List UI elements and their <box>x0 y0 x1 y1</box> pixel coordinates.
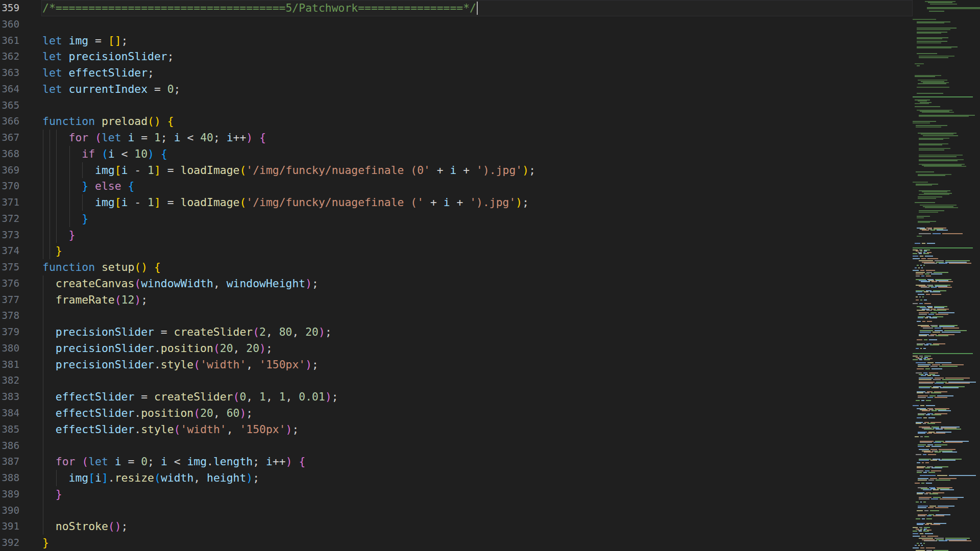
code-line[interactable]: 392} <box>0 535 980 551</box>
code-line[interactable]: 387 for (let i = 0; i < img.length; i++)… <box>0 454 980 470</box>
line-number[interactable]: 387 <box>0 454 19 470</box>
code-line[interactable]: 382 <box>0 372 980 389</box>
line-number[interactable]: 373 <box>0 227 19 243</box>
code-line[interactable]: 363let effectSlider; <box>0 65 980 81</box>
line-number[interactable]: 359 <box>0 0 19 16</box>
code-text[interactable]: } <box>42 227 75 243</box>
code-text[interactable]: precisionSlider = createSlider(2, 80, 20… <box>42 324 332 340</box>
line-number[interactable]: 384 <box>0 405 19 421</box>
line-number[interactable]: 377 <box>0 292 19 308</box>
line-number[interactable]: 381 <box>0 357 19 373</box>
code-line[interactable]: 381 precisionSlider.style('width', '150p… <box>0 357 980 373</box>
code-text[interactable]: img[i - 1] = loadImage('/img/funcky/nuag… <box>42 162 535 179</box>
line-number[interactable]: 375 <box>0 259 19 276</box>
line-number[interactable]: 388 <box>0 470 19 486</box>
code-line[interactable]: 388 img[i].resize(width, height); <box>0 470 980 486</box>
code-text[interactable]: img[i].resize(width, height); <box>42 470 259 486</box>
code-text[interactable]: let img = []; <box>42 33 128 49</box>
line-number[interactable]: 383 <box>0 389 19 405</box>
code-text[interactable]: precisionSlider.position(20, 20); <box>42 340 273 357</box>
line-number[interactable]: 374 <box>0 243 19 259</box>
line-number[interactable]: 376 <box>0 276 19 292</box>
code-text[interactable]: } <box>42 243 62 259</box>
line-number[interactable]: 366 <box>0 113 19 130</box>
code-line[interactable]: 362let precisionSlider; <box>0 48 980 65</box>
code-line[interactable]: 379 precisionSlider = createSlider(2, 80… <box>0 324 980 340</box>
line-number[interactable]: 370 <box>0 178 19 194</box>
line-number[interactable]: 368 <box>0 146 19 162</box>
code-line[interactable]: 384 effectSlider.position(20, 60); <box>0 405 980 421</box>
line-number[interactable]: 365 <box>0 97 19 114</box>
line-number[interactable]: 372 <box>0 211 19 227</box>
code-line[interactable]: 360 <box>0 16 980 33</box>
line-number[interactable]: 386 <box>0 438 19 454</box>
code-line[interactable]: 361let img = []; <box>0 33 980 49</box>
code-line[interactable]: 374 } <box>0 243 980 259</box>
code-line[interactable]: 365 <box>0 97 980 114</box>
code-line[interactable]: 391 noStroke(); <box>0 518 980 535</box>
code-text[interactable]: let precisionSlider; <box>42 48 174 65</box>
code-text[interactable]: effectSlider.style('width', '150px'); <box>42 421 299 438</box>
line-number[interactable]: 361 <box>0 33 19 49</box>
code-line[interactable]: 386 <box>0 438 980 454</box>
minimap[interactable] <box>913 0 980 551</box>
line-number[interactable]: 362 <box>0 48 19 65</box>
line-number[interactable]: 385 <box>0 421 19 438</box>
code-line[interactable]: 377 frameRate(12); <box>0 292 980 308</box>
code-text[interactable]: effectSlider.position(20, 60); <box>42 405 253 421</box>
code-line[interactable]: 380 precisionSlider.position(20, 20); <box>0 340 980 357</box>
code-line[interactable]: 368 if (i < 10) { <box>0 146 980 162</box>
line-number[interactable]: 363 <box>0 65 19 81</box>
code-line[interactable]: 370 } else { <box>0 178 980 194</box>
line-number[interactable]: 371 <box>0 194 19 211</box>
code-text[interactable]: for (let i = 1; i < 40; i++) { <box>42 130 266 146</box>
code-line[interactable]: 389 } <box>0 486 980 503</box>
code-text[interactable]: /*===================================5/P… <box>42 0 476 16</box>
code-text[interactable]: } <box>42 486 62 503</box>
line-number[interactable]: 392 <box>0 535 19 551</box>
minimap-line <box>919 149 944 151</box>
code-text[interactable]: function setup() { <box>42 259 161 276</box>
code-line[interactable]: 364let currentIndex = 0; <box>0 81 980 97</box>
code-text[interactable]: let effectSlider; <box>42 65 154 81</box>
code-text[interactable]: precisionSlider.style('width', '150px'); <box>42 357 318 373</box>
code-line[interactable]: 385 effectSlider.style('width', '150px')… <box>0 421 980 438</box>
code-line[interactable]: 373 } <box>0 227 980 243</box>
line-number[interactable]: 382 <box>0 372 19 389</box>
line-number[interactable]: 360 <box>0 16 19 33</box>
line-number[interactable]: 391 <box>0 518 19 535</box>
code-line[interactable]: 366function preload() { <box>0 113 980 130</box>
code-text[interactable]: } <box>42 211 88 227</box>
code-line[interactable]: 369 img[i - 1] = loadImage('/img/funcky/… <box>0 162 980 179</box>
code-text[interactable]: createCanvas(windowWidth, windowHeight); <box>42 276 318 292</box>
line-number[interactable]: 364 <box>0 81 19 97</box>
code-text[interactable]: img[i - 1] = loadImage('/img/funcky/nuag… <box>42 194 529 211</box>
line-number[interactable]: 378 <box>0 308 19 324</box>
code-editor[interactable]: 359/*===================================… <box>0 0 980 551</box>
code-line[interactable]: 371 img[i - 1] = loadImage('/img/funcky/… <box>0 194 980 211</box>
code-line[interactable]: 375function setup() { <box>0 259 980 276</box>
code-line[interactable]: 390 <box>0 503 980 519</box>
code-text[interactable]: let currentIndex = 0; <box>42 81 180 97</box>
line-number[interactable]: 380 <box>0 340 19 357</box>
code-line[interactable]: 359/*===================================… <box>0 0 980 16</box>
code-line[interactable]: 383 effectSlider = createSlider(0, 1, 1,… <box>0 389 980 405</box>
code-line[interactable]: 372 } <box>0 211 980 227</box>
code-text[interactable]: } else { <box>42 178 134 194</box>
minimap-line <box>920 270 924 271</box>
line-number[interactable]: 367 <box>0 130 19 146</box>
code-line[interactable]: 376 createCanvas(windowWidth, windowHeig… <box>0 276 980 292</box>
line-number[interactable]: 379 <box>0 324 19 340</box>
code-line[interactable]: 367 for (let i = 1; i < 40; i++) { <box>0 130 980 146</box>
code-line[interactable]: 378 <box>0 308 980 324</box>
code-text[interactable]: frameRate(12); <box>42 292 148 308</box>
code-text[interactable]: if (i < 10) { <box>42 146 167 162</box>
line-number[interactable]: 390 <box>0 503 19 519</box>
line-number[interactable]: 389 <box>0 486 19 503</box>
code-text[interactable]: effectSlider = createSlider(0, 1, 1, 0.0… <box>42 389 338 405</box>
code-text[interactable]: function preload() { <box>42 113 174 130</box>
line-number[interactable]: 369 <box>0 162 19 179</box>
code-text[interactable]: } <box>42 535 49 551</box>
code-text[interactable]: noStroke(); <box>42 518 128 535</box>
code-text[interactable]: for (let i = 0; i < img.length; i++) { <box>42 454 305 470</box>
